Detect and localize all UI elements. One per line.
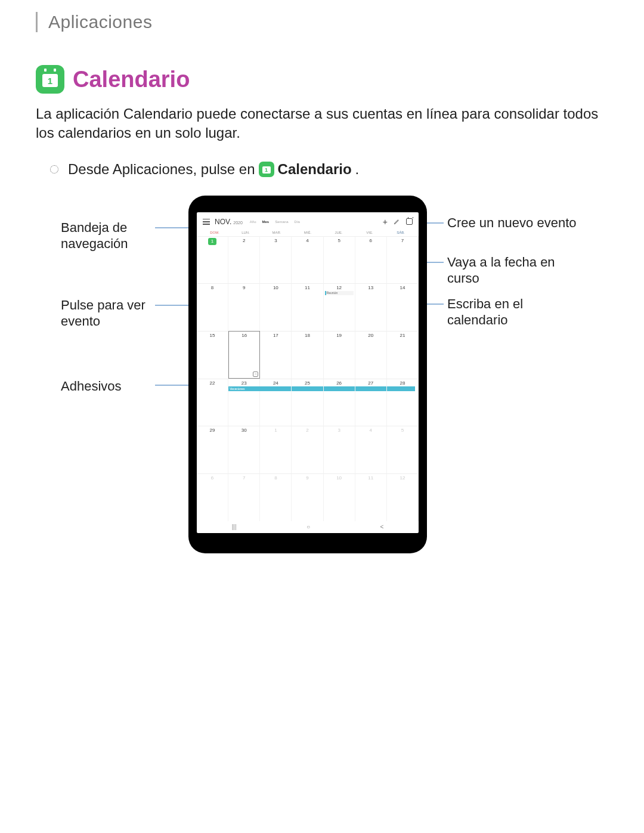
weekday-header: DOM. LUN. MAR. MIÉ. JUE. VIE. SÁB.: [197, 229, 419, 236]
day-cell[interactable]: 19: [324, 331, 355, 379]
day-cell[interactable]: 14: [387, 283, 419, 331]
tablet-screen: NOV. 2020 Año Mes Semana Día: [197, 212, 419, 533]
day-cell[interactable]: 2: [292, 426, 323, 473]
weekday-wed: MIÉ.: [292, 231, 323, 234]
calendar-grid: 1 2 3 4 5 6 7 8 9 10 11 12Reunión 13 14: [197, 236, 419, 521]
day-cell[interactable]: 2: [228, 236, 260, 284]
pencil-icon[interactable]: [394, 218, 400, 225]
event-pill[interactable]: Reunión: [325, 291, 354, 295]
day-cell[interactable]: 27: [355, 379, 387, 426]
day-cell[interactable]: 5: [387, 426, 419, 473]
tab-year[interactable]: Año: [247, 219, 259, 224]
instruction-prefix: Desde Aplicaciones, pulse en: [68, 161, 255, 178]
day-cell[interactable]: 7: [228, 473, 260, 521]
day-cell[interactable]: 10: [324, 473, 355, 521]
recent-apps-icon[interactable]: |||: [232, 524, 237, 530]
home-icon[interactable]: ○: [306, 524, 310, 530]
day-cell[interactable]: 28: [387, 379, 419, 426]
day-cell[interactable]: 3: [260, 236, 292, 284]
app-heading: 1 Calendario: [36, 65, 608, 94]
day-cell[interactable]: 12: [387, 473, 419, 521]
day-cell[interactable]: 6: [355, 236, 387, 284]
day-cell[interactable]: 25: [292, 379, 323, 426]
day-cell[interactable]: 1: [197, 236, 228, 284]
weekday-sat: SÁB.: [385, 231, 416, 234]
day-cell[interactable]: 13: [355, 283, 387, 331]
callout-goto-today: Vaya a la fecha en curso: [447, 254, 578, 287]
view-tabs: Año Mes Semana Día: [247, 219, 302, 224]
tab-week[interactable]: Semana: [273, 219, 290, 224]
callout-nav-drawer: Bandeja de navegación: [61, 219, 168, 252]
day-cell[interactable]: 11: [292, 283, 323, 331]
callout-create-event: Cree un nuevo evento: [447, 215, 578, 231]
today-icon[interactable]: [406, 218, 413, 225]
day-cell[interactable]: 6: [197, 473, 228, 521]
tab-day[interactable]: Día: [292, 219, 302, 224]
figure: Bandeja de navegación Pulse para ver eve…: [36, 202, 608, 583]
day-cell[interactable]: 8: [197, 283, 228, 331]
day-cell[interactable]: 8: [260, 473, 292, 521]
plus-icon[interactable]: [383, 217, 388, 227]
month-label[interactable]: NOV. 2020: [215, 218, 243, 226]
day-cell[interactable]: 9: [292, 473, 323, 521]
android-navbar: ||| ○ <: [197, 521, 419, 533]
day-cell[interactable]: 23Vacaciones: [228, 379, 260, 426]
instruction-suffix: .: [355, 161, 360, 178]
day-cell[interactable]: 10: [260, 283, 292, 331]
app-intro: La aplicación Calendario puede conectars…: [36, 104, 608, 143]
callout-write-calendar: Escriba en el calendario: [447, 296, 578, 329]
instruction-app: Calendario: [278, 161, 352, 178]
day-cell[interactable]: 1: [260, 426, 292, 473]
day-cell[interactable]: 15: [197, 331, 228, 379]
day-cell[interactable]: 20: [355, 331, 387, 379]
day-cell-selected[interactable]: 16☺: [228, 331, 260, 379]
day-cell[interactable]: 3: [324, 426, 355, 473]
weekday-fri: VIE.: [354, 231, 385, 234]
day-cell[interactable]: 5: [324, 236, 355, 284]
calendar-toolbar: NOV. 2020 Año Mes Semana Día: [197, 212, 419, 229]
sticker-icon[interactable]: ☺: [253, 371, 258, 377]
day-cell[interactable]: 22: [197, 379, 228, 426]
day-cell[interactable]: 9: [228, 283, 260, 331]
day-cell[interactable]: 11: [355, 473, 387, 521]
day-cell[interactable]: 24: [260, 379, 292, 426]
bullet-icon: [50, 165, 58, 174]
day-cell[interactable]: 21: [387, 331, 419, 379]
day-cell[interactable]: 7: [387, 236, 419, 284]
day-cell[interactable]: 4: [355, 426, 387, 473]
day-cell-event[interactable]: 12Reunión: [324, 283, 355, 331]
weekday-sun: DOM.: [199, 231, 230, 234]
day-cell[interactable]: 18: [292, 331, 323, 379]
tablet-mock: NOV. 2020 Año Mes Semana Día: [188, 196, 427, 553]
section-title: Aplicaciones: [48, 12, 608, 32]
callout-stickers: Adhesivos: [61, 378, 168, 395]
day-cell[interactable]: 29: [197, 426, 228, 473]
weekday-mon: LUN.: [230, 231, 261, 234]
day-cell[interactable]: 4: [292, 236, 323, 284]
weekday-tue: MAR.: [261, 231, 292, 234]
callout-tap-event: Pulse para ver evento: [61, 297, 168, 330]
calendar-app-icon-small: 1: [259, 162, 274, 177]
calendar-app-icon: 1: [36, 65, 64, 94]
app-name: Calendario: [73, 67, 190, 92]
day-cell[interactable]: 26: [324, 379, 355, 426]
day-cell[interactable]: 30: [228, 426, 260, 473]
hamburger-icon[interactable]: [203, 219, 210, 225]
app-icon-badge: 1: [42, 74, 58, 87]
weekday-thu: JUE.: [323, 231, 354, 234]
instruction-line: Desde Aplicaciones, pulse en 1 Calendari…: [50, 161, 608, 178]
back-icon[interactable]: <: [380, 524, 383, 530]
day-cell[interactable]: 17: [260, 331, 292, 379]
section-header: Aplicaciones: [36, 12, 608, 32]
tab-month[interactable]: Mes: [260, 219, 272, 224]
